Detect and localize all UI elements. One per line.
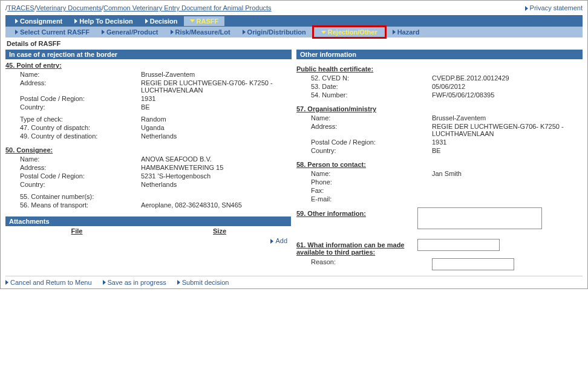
cancel-link[interactable]: Cancel and Return to Menu	[5, 279, 92, 286]
panel-header-attachments: Attachments	[5, 216, 291, 226]
arrow-icon	[102, 30, 105, 34]
value-number: FWF/05/06/12/08395	[432, 91, 583, 99]
breadcrumb: /TRACES/Veterinary Documents/Common Vete…	[5, 4, 272, 11]
value-p-name: Jan Smith	[432, 170, 583, 177]
value-o-postal: 1931	[432, 138, 583, 146]
subtab-hazard[interactable]: Hazard	[387, 27, 426, 37]
label-name: Name:	[5, 71, 141, 78]
tab-decision[interactable]: Decision	[139, 16, 184, 26]
value-o-name: Brussel-Zaventem	[432, 114, 583, 122]
label-p-phone: Phone:	[296, 178, 432, 186]
group-other-info: 59. Other information:	[296, 207, 417, 230]
value-o-country: BE	[432, 147, 583, 154]
chevron-down-icon	[190, 19, 195, 22]
col-size[interactable]: Size	[148, 226, 291, 236]
subtab-risk[interactable]: Risk/Measure/Lot	[165, 27, 237, 37]
value-p-fax	[432, 187, 583, 194]
group-certificate: Public health certificate:	[296, 63, 583, 74]
arrow-icon	[177, 280, 180, 285]
value-dispatch: Uganda	[141, 124, 292, 131]
label-destination: 49. Country of destination:	[5, 132, 141, 140]
label-p-fax: Fax:	[296, 187, 432, 194]
highlight-box: Rejection/Other	[312, 25, 387, 39]
privacy-link[interactable]: Privacy statement	[525, 4, 583, 11]
other-info-input[interactable]	[417, 207, 542, 229]
label-o-country: Country:	[296, 147, 432, 154]
arrow-icon	[5, 280, 8, 285]
value-container	[141, 193, 292, 200]
arrow-icon	[270, 239, 273, 244]
label-date: 53. Date:	[296, 83, 432, 90]
arrow-icon	[15, 30, 18, 34]
label-country: Country:	[5, 103, 141, 111]
label-c-name: Name:	[5, 155, 141, 163]
arrow-icon	[15, 19, 18, 24]
crumb-root[interactable]: TRACES	[7, 4, 34, 11]
value-c-postal: 5231 'S-Hertogenbosch	[141, 172, 292, 180]
value-means: Aeroplane, 082-36248310, SN465	[141, 201, 292, 209]
subtab-select[interactable]: Select Current RASFF	[9, 27, 96, 37]
label-check: Type of check:	[5, 116, 141, 123]
value-c-name: ANOVA SEAFOOD B.V.	[141, 155, 292, 163]
value-cved: CVEDP.BE.2012.0012429	[432, 74, 583, 82]
arrow-icon	[171, 30, 174, 34]
add-attachment-link[interactable]: Add	[270, 237, 287, 244]
group-organisation: 57. Organisation/ministry	[296, 103, 583, 114]
value-p-phone	[432, 178, 583, 186]
tab-help[interactable]: Help To Decision	[68, 16, 139, 26]
label-o-postal: Postal Code / Region:	[296, 138, 432, 146]
col-file[interactable]: File	[5, 226, 148, 236]
tab-consignment[interactable]: Consignment	[9, 16, 68, 26]
value-check: Random	[141, 116, 292, 123]
tab-rasff[interactable]: RASFF	[184, 16, 225, 26]
reason-input[interactable]	[432, 258, 514, 270]
chevron-down-icon	[321, 31, 326, 34]
label-o-name: Name:	[296, 114, 432, 122]
label-means: 56. Means of transport:	[5, 201, 141, 209]
value-destination: Netherlands	[141, 132, 292, 140]
save-link[interactable]: Save as in progress	[103, 279, 166, 286]
label-o-address: Address:	[296, 123, 432, 137]
arrow-icon	[145, 19, 148, 24]
submit-link[interactable]: Submit decision	[177, 279, 229, 286]
section-title: Details of RASFF	[5, 37, 583, 50]
panel-header-other: Other information	[296, 50, 583, 59]
group-person: 58. Person to contact:	[296, 158, 583, 169]
arrow-icon	[74, 19, 77, 24]
group-point-of-entry: 45. Point of entry:	[5, 59, 292, 70]
group-third-parties: 61. What information can be made availab…	[296, 239, 417, 257]
label-container: 55. Container number(s):	[5, 193, 141, 200]
subtab-origin[interactable]: Origin/Distribution	[237, 27, 312, 37]
value-o-address: REGIE DER LUCHTWEGEN-G706- K7250 - LUCHT…	[432, 123, 583, 137]
value-address: REGIE DER LUCHTWEGEN-G706- K7250 - LUCHT…	[141, 79, 292, 94]
label-p-email: E-mail:	[296, 195, 432, 203]
label-address: Address:	[5, 79, 141, 94]
value-country: BE	[141, 103, 292, 111]
subtab-rejection[interactable]: Rejection/Other	[315, 27, 384, 37]
value-p-email	[432, 195, 583, 203]
label-p-name: Name:	[296, 170, 432, 177]
panel-header-rejection: In case of a rejection at the border	[5, 50, 292, 59]
value-name: Brussel-Zaventem	[141, 71, 292, 78]
label-dispatch: 47. Country of dispatch:	[5, 124, 141, 131]
arrow-icon	[243, 30, 246, 34]
value-c-country: Netherlands	[141, 181, 292, 188]
group-consignee: 50. Consignee:	[5, 144, 292, 155]
value-date: 05/06/2012	[432, 83, 583, 90]
value-postal: 1931	[141, 95, 292, 102]
label-c-postal: Postal Code / Region:	[5, 172, 141, 180]
label-c-address: Address:	[5, 164, 141, 171]
third-parties-input[interactable]	[417, 239, 500, 251]
label-postal: Postal Code / Region:	[5, 95, 141, 102]
label-number: 54. Number:	[296, 91, 432, 99]
label-cved: 52. CVED N:	[296, 74, 432, 82]
crumb-leaf[interactable]: Common Veterinary Entry Document for Ani…	[103, 4, 272, 11]
value-c-address: HAMBAKENWETERING 15	[141, 164, 292, 171]
crumb-mid[interactable]: Veterinary Documents	[36, 4, 102, 11]
arrow-icon	[393, 30, 396, 34]
arrow-icon	[103, 280, 106, 285]
arrow-icon	[525, 6, 528, 11]
subtab-general[interactable]: General/Product	[96, 27, 165, 37]
label-reason: Reason:	[296, 258, 432, 270]
label-c-country: Country:	[5, 181, 141, 188]
